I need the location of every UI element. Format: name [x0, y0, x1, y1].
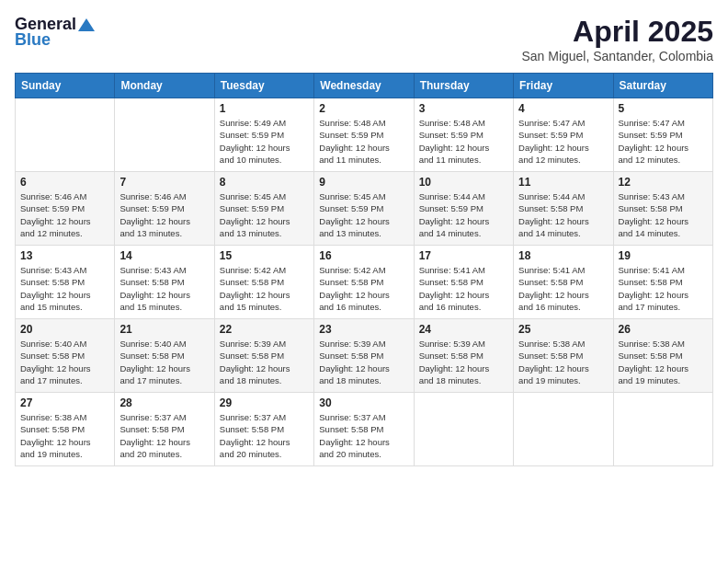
calendar-cell: 1Sunrise: 5:49 AMSunset: 5:59 PMDaylight… — [214, 98, 313, 172]
calendar-cell: 10Sunrise: 5:44 AMSunset: 5:59 PMDayligh… — [414, 172, 513, 246]
day-number: 19 — [619, 249, 708, 262]
calendar-week-row: 27Sunrise: 5:38 AMSunset: 5:58 PMDayligh… — [16, 393, 713, 466]
calendar-week-row: 13Sunrise: 5:43 AMSunset: 5:58 PMDayligh… — [16, 246, 713, 319]
day-info: Sunrise: 5:37 AMSunset: 5:58 PMDaylight:… — [220, 411, 309, 460]
calendar-cell: 6Sunrise: 5:46 AMSunset: 5:59 PMDaylight… — [16, 172, 115, 246]
calendar-cell: 2Sunrise: 5:48 AMSunset: 5:59 PMDaylight… — [314, 98, 414, 172]
day-number: 20 — [20, 323, 109, 336]
calendar-cell: 25Sunrise: 5:38 AMSunset: 5:58 PMDayligh… — [514, 319, 613, 393]
calendar-cell: 27Sunrise: 5:38 AMSunset: 5:58 PMDayligh… — [16, 393, 115, 466]
calendar-header-row: SundayMondayTuesdayWednesdayThursdayFrid… — [16, 74, 713, 98]
day-number: 13 — [20, 249, 109, 262]
calendar-cell: 15Sunrise: 5:42 AMSunset: 5:58 PMDayligh… — [214, 246, 313, 319]
day-info: Sunrise: 5:40 AMSunset: 5:58 PMDaylight:… — [119, 338, 209, 386]
day-number: 15 — [220, 249, 309, 262]
day-number: 8 — [220, 176, 309, 189]
day-info: Sunrise: 5:45 AMSunset: 5:59 PMDaylight:… — [220, 190, 309, 239]
day-number: 25 — [518, 323, 608, 336]
calendar-cell — [115, 98, 214, 172]
day-info: Sunrise: 5:46 AMSunset: 5:59 PMDaylight:… — [20, 190, 109, 239]
day-number: 14 — [119, 249, 209, 262]
day-info: Sunrise: 5:47 AMSunset: 5:59 PMDaylight:… — [518, 117, 608, 166]
day-info: Sunrise: 5:37 AMSunset: 5:58 PMDaylight:… — [119, 411, 209, 460]
calendar-cell: 30Sunrise: 5:37 AMSunset: 5:58 PMDayligh… — [314, 393, 414, 466]
day-number: 18 — [518, 249, 608, 262]
calendar-cell: 7Sunrise: 5:46 AMSunset: 5:59 PMDaylight… — [115, 172, 214, 246]
page-header: General Blue April 2025 San Miguel, Sant… — [15, 15, 713, 63]
logo-icon — [78, 17, 95, 33]
month-title: April 2025 — [521, 15, 713, 49]
calendar-cell: 12Sunrise: 5:43 AMSunset: 5:58 PMDayligh… — [613, 172, 712, 246]
calendar-cell: 24Sunrise: 5:39 AMSunset: 5:58 PMDayligh… — [414, 319, 513, 393]
calendar-cell: 8Sunrise: 5:45 AMSunset: 5:59 PMDaylight… — [214, 172, 313, 246]
day-info: Sunrise: 5:38 AMSunset: 5:58 PMDaylight:… — [619, 338, 708, 386]
calendar-cell — [414, 393, 513, 466]
day-number: 2 — [319, 102, 408, 115]
day-number: 16 — [319, 249, 408, 262]
day-info: Sunrise: 5:44 AMSunset: 5:59 PMDaylight:… — [419, 190, 508, 239]
calendar-cell: 4Sunrise: 5:47 AMSunset: 5:59 PMDaylight… — [514, 98, 613, 172]
logo-blue-text: Blue — [15, 30, 51, 50]
calendar-cell: 11Sunrise: 5:44 AMSunset: 5:58 PMDayligh… — [514, 172, 613, 246]
day-info: Sunrise: 5:45 AMSunset: 5:59 PMDaylight:… — [319, 190, 408, 239]
day-info: Sunrise: 5:38 AMSunset: 5:58 PMDaylight:… — [20, 411, 109, 460]
day-number: 1 — [220, 102, 309, 115]
calendar-cell: 9Sunrise: 5:45 AMSunset: 5:59 PMDaylight… — [314, 172, 414, 246]
col-header-thursday: Thursday — [414, 74, 513, 98]
day-number: 21 — [119, 323, 209, 336]
calendar-cell — [613, 393, 712, 466]
day-number: 3 — [419, 102, 508, 115]
calendar-cell: 19Sunrise: 5:41 AMSunset: 5:58 PMDayligh… — [613, 246, 712, 319]
day-info: Sunrise: 5:42 AMSunset: 5:58 PMDaylight:… — [220, 264, 309, 313]
calendar-cell — [16, 98, 115, 172]
day-number: 12 — [619, 176, 708, 189]
day-number: 9 — [319, 176, 408, 189]
day-info: Sunrise: 5:41 AMSunset: 5:58 PMDaylight:… — [619, 264, 708, 313]
day-info: Sunrise: 5:40 AMSunset: 5:58 PMDaylight:… — [20, 338, 109, 386]
calendar-cell: 3Sunrise: 5:48 AMSunset: 5:59 PMDaylight… — [414, 98, 513, 172]
calendar-week-row: 20Sunrise: 5:40 AMSunset: 5:58 PMDayligh… — [16, 319, 713, 393]
day-info: Sunrise: 5:44 AMSunset: 5:58 PMDaylight:… — [518, 190, 608, 239]
day-number: 30 — [319, 396, 408, 409]
location: San Miguel, Santander, Colombia — [521, 49, 713, 63]
day-info: Sunrise: 5:49 AMSunset: 5:59 PMDaylight:… — [220, 117, 309, 166]
day-number: 10 — [419, 176, 508, 189]
calendar-table: SundayMondayTuesdayWednesdayThursdayFrid… — [15, 73, 713, 466]
day-info: Sunrise: 5:48 AMSunset: 5:59 PMDaylight:… — [319, 117, 408, 166]
calendar-cell: 28Sunrise: 5:37 AMSunset: 5:58 PMDayligh… — [115, 393, 214, 466]
day-info: Sunrise: 5:41 AMSunset: 5:58 PMDaylight:… — [419, 264, 508, 313]
day-number: 24 — [419, 323, 508, 336]
day-number: 17 — [419, 249, 508, 262]
day-number: 28 — [119, 396, 209, 409]
calendar-cell: 5Sunrise: 5:47 AMSunset: 5:59 PMDaylight… — [613, 98, 712, 172]
calendar-cell: 23Sunrise: 5:39 AMSunset: 5:58 PMDayligh… — [314, 319, 414, 393]
calendar-cell: 16Sunrise: 5:42 AMSunset: 5:58 PMDayligh… — [314, 246, 414, 319]
calendar-cell — [514, 393, 613, 466]
calendar-cell: 21Sunrise: 5:40 AMSunset: 5:58 PMDayligh… — [115, 319, 214, 393]
day-number: 26 — [619, 323, 708, 336]
day-info: Sunrise: 5:43 AMSunset: 5:58 PMDaylight:… — [619, 190, 708, 239]
day-number: 11 — [518, 176, 608, 189]
day-number: 22 — [220, 323, 309, 336]
day-number: 6 — [20, 176, 109, 189]
calendar-week-row: 6Sunrise: 5:46 AMSunset: 5:59 PMDaylight… — [16, 172, 713, 246]
day-info: Sunrise: 5:46 AMSunset: 5:59 PMDaylight:… — [119, 190, 209, 239]
day-info: Sunrise: 5:41 AMSunset: 5:58 PMDaylight:… — [518, 264, 608, 313]
calendar-cell: 18Sunrise: 5:41 AMSunset: 5:58 PMDayligh… — [514, 246, 613, 319]
day-info: Sunrise: 5:39 AMSunset: 5:58 PMDaylight:… — [319, 338, 408, 386]
day-info: Sunrise: 5:39 AMSunset: 5:58 PMDaylight:… — [220, 338, 309, 386]
calendar-cell: 22Sunrise: 5:39 AMSunset: 5:58 PMDayligh… — [214, 319, 313, 393]
day-info: Sunrise: 5:39 AMSunset: 5:58 PMDaylight:… — [419, 338, 508, 386]
day-number: 7 — [119, 176, 209, 189]
day-number: 23 — [319, 323, 408, 336]
day-number: 5 — [619, 102, 708, 115]
calendar-cell: 14Sunrise: 5:43 AMSunset: 5:58 PMDayligh… — [115, 246, 214, 319]
svg-marker-0 — [78, 18, 95, 31]
col-header-tuesday: Tuesday — [214, 74, 313, 98]
calendar-cell: 13Sunrise: 5:43 AMSunset: 5:58 PMDayligh… — [16, 246, 115, 319]
col-header-wednesday: Wednesday — [314, 74, 414, 98]
col-header-friday: Friday — [514, 74, 613, 98]
calendar-cell: 26Sunrise: 5:38 AMSunset: 5:58 PMDayligh… — [613, 319, 712, 393]
calendar-week-row: 1Sunrise: 5:49 AMSunset: 5:59 PMDaylight… — [16, 98, 713, 172]
col-header-saturday: Saturday — [613, 74, 712, 98]
